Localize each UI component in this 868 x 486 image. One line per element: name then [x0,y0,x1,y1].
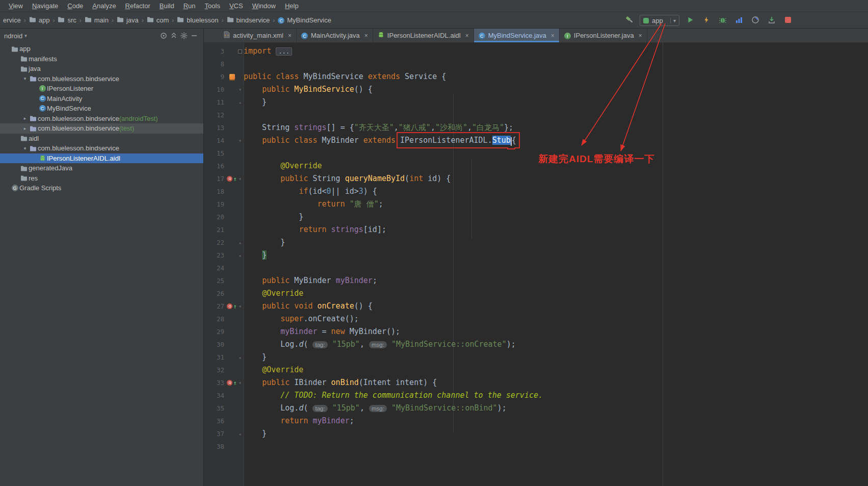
code-line-19[interactable]: 19 return "唐 僧"; [204,198,868,211]
menu-item-analyze[interactable]: Analyze [88,1,120,11]
tree-item-aidl[interactable]: aidl [0,134,203,144]
code-line-17[interactable]: 17o↑▾ public String queryNameById(int id… [204,172,868,185]
menu-item-code[interactable]: Code [63,1,88,11]
close-icon[interactable]: × [465,32,469,39]
fold-open-icon[interactable]: ▾ [239,376,242,389]
code-line-32[interactable]: 32 @Override [204,364,868,376]
override-marker-icon[interactable]: o↑ [227,380,236,386]
code-text[interactable]: return "唐 僧"; [244,198,868,211]
fold-open-icon[interactable]: ▾ [239,134,242,147]
close-icon[interactable]: × [288,32,292,39]
code-line-35[interactable]: 35 Log.d( tag: "15pb", msg: "MyBindServi… [204,402,868,415]
line-number[interactable]: 11 [204,96,227,109]
code-line-18[interactable]: 18 if(id<0|| id>3) { [204,185,868,198]
code-line-25[interactable]: 25 public MyBinder myBinder; [204,274,868,287]
apply-changes-button[interactable] [701,15,712,26]
fold-close-icon[interactable]: ▴ [239,96,242,109]
collapse-all-icon[interactable] [169,31,179,41]
line-number[interactable]: 36 [204,415,227,427]
code-text[interactable]: public MyBinder myBinder; [244,274,868,287]
stop-button[interactable] [782,15,794,26]
attach-debugger-button[interactable] [766,15,777,26]
code-text[interactable]: @Override [244,364,868,376]
code-line-24[interactable]: 24 [204,262,868,274]
code-text[interactable]: public class MyBindService extends Servi… [244,70,868,83]
line-number[interactable]: 8 [204,58,227,70]
line-number[interactable]: 3 [204,45,227,58]
fold-open-icon[interactable]: ▾ [239,172,242,185]
breadcrumb-java[interactable]: java [115,15,141,25]
locate-icon[interactable] [159,31,169,41]
line-number[interactable]: 20 [204,211,227,223]
code-text[interactable]: public String queryNameById(int id) { [244,172,868,185]
line-number[interactable]: 32 [204,364,227,376]
tree-item-com-bluelesson-bindservice[interactable]: ▾com.bluelesson.bindservice [0,143,203,154]
code-text[interactable]: } [244,427,868,440]
tree-chevron-icon[interactable]: ▸ [21,126,29,131]
code-text[interactable]: } [244,211,868,223]
menu-item-view[interactable]: View [4,1,28,11]
fold-close-icon[interactable]: ▴ [239,351,242,364]
code-line-12[interactable]: 12 [204,109,868,121]
code-line-29[interactable]: 29 myBinder = new MyBinder(); [204,325,868,338]
fold-open-icon[interactable]: ▾ [239,300,242,313]
line-number[interactable]: 13 [204,121,227,134]
editor-tab-mybindservice-java[interactable]: CMyBindService.java× [474,29,560,42]
code-line-34[interactable]: 34 // TODO: Return the communication cha… [204,389,868,402]
menu-item-tools[interactable]: Tools [200,1,225,11]
override-marker-icon[interactable]: o↑ [227,303,236,310]
line-number[interactable]: 38 [204,440,227,453]
line-number[interactable]: 18 [204,185,227,198]
code-text[interactable]: @Override [244,287,868,300]
line-number[interactable]: 30 [204,338,227,351]
breadcrumb-main[interactable]: main [83,15,111,25]
tree-item-generatedjava[interactable]: generatedJava [0,163,203,173]
fold-close-icon[interactable]: ▴ [239,236,242,249]
code-line-8[interactable]: 8 [204,58,868,70]
profiler-button[interactable] [733,15,745,26]
code-line-33[interactable]: 33o↑▾ public IBinder onBind(Intent inten… [204,376,868,389]
code-line-37[interactable]: 37▴ } [204,427,868,440]
code-line-23[interactable]: 23▴ } [204,249,868,262]
tree-item-ipersonlistener[interactable]: IIPersonListener [0,84,203,94]
code-line-20[interactable]: 20 } [204,211,868,223]
line-number[interactable]: 34 [204,389,227,402]
debug-button[interactable] [717,15,728,26]
code-text[interactable] [244,440,868,453]
line-number[interactable]: 12 [204,109,227,121]
settings-icon[interactable] [179,31,189,41]
code-text[interactable]: public MyBindService() { [244,83,868,96]
line-number[interactable]: 15 [204,147,227,160]
close-icon[interactable]: × [551,32,555,39]
line-number[interactable]: 33 [204,376,227,389]
editor-tab-mainactivity-java[interactable]: CMainActivity.java× [297,29,373,42]
menu-item-help[interactable]: Help [280,1,303,11]
code-text[interactable]: public IBinder onBind(Intent intent) { [244,376,868,389]
line-number[interactable]: 17 [204,172,227,185]
code-text[interactable] [244,262,868,274]
line-number[interactable]: 9 [204,70,227,83]
code-text[interactable]: return strings[id]; [244,223,868,236]
code-line-11[interactable]: 11▴ } [204,96,868,109]
run-button[interactable] [685,15,696,26]
tree-chevron-icon[interactable]: ▾ [21,76,29,81]
code-line-26[interactable]: 26 @Override [204,287,868,300]
code-text[interactable]: myBinder = new MyBinder(); [244,325,868,338]
code-text[interactable]: import ... [244,45,868,58]
build-button[interactable] [623,15,635,26]
line-number[interactable]: 22 [204,236,227,249]
line-number[interactable]: 21 [204,223,227,236]
code-line-15[interactable]: 15 [204,147,868,160]
line-number[interactable]: 23 [204,249,227,262]
line-number[interactable]: 26 [204,287,227,300]
profile-button[interactable] [750,15,761,26]
fold-close-icon[interactable]: ▴ [239,427,242,440]
editor-tab-ipersonlistener-java[interactable]: IIPersonListener.java× [560,29,647,42]
menu-item-vcs[interactable]: VCS [225,1,248,11]
code-text[interactable]: } [244,236,868,249]
line-number[interactable]: 25 [204,274,227,287]
line-number[interactable]: 19 [204,198,227,211]
code-line-38[interactable]: 38 [204,440,868,453]
project-view-selector[interactable]: ndroid [4,32,22,40]
tree-item-com-bluelesson-bindservice-test[interactable]: ▸com.bluelesson.bindservice (test) [0,123,203,134]
